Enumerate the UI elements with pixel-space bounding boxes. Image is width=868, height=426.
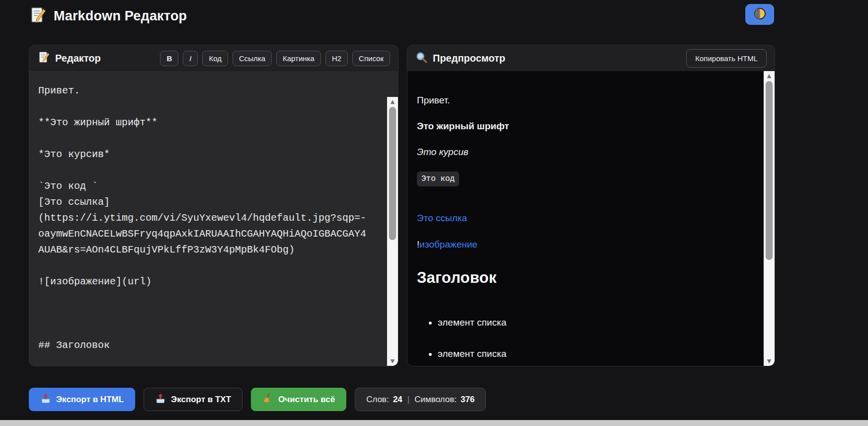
stats-separator: | [406, 395, 410, 405]
clear-all-button[interactable]: Очистить всё [251, 388, 346, 411]
memo-icon [29, 6, 47, 26]
preview-link-row: Это ссылка [417, 212, 749, 224]
chars-label: Символов: [414, 395, 457, 405]
theme-toggle-button[interactable] [745, 4, 774, 25]
preview-inline-code: Это код [417, 171, 459, 186]
preview-title: Предпросмотр [433, 53, 505, 64]
preview-bold-text: Это жирный шрифт [417, 120, 749, 132]
window-bottom-strip [0, 420, 868, 426]
preview-paragraph: Привет. [417, 94, 749, 106]
moon-icon [753, 7, 767, 22]
markdown-input-text[interactable]: Привет. **Это жирный шрифт** *Это курсив… [38, 83, 372, 353]
clear-all-label: Очистить всё [278, 395, 335, 405]
editor-toolbar: B I Код Ссылка Картинка H2 Список [160, 51, 390, 66]
toolbar-link-button[interactable]: Ссылка [233, 51, 272, 66]
scroll-up-icon[interactable]: ▲ [764, 73, 775, 79]
outbox-tray-icon [40, 393, 51, 406]
copy-html-button[interactable]: Копировать HTML [686, 49, 767, 68]
magnifying-glass-icon [415, 51, 428, 66]
toolbar-bold-button[interactable]: B [160, 51, 178, 66]
preview-panel: Предпросмотр Копировать HTML Привет. Это… [407, 45, 775, 366]
preview-image-link[interactable]: изображение [419, 239, 477, 250]
export-txt-button[interactable]: Экспорт в TXT [144, 388, 242, 411]
toolbar-image-button[interactable]: Картинка [276, 51, 321, 66]
editor-title: Редактор [55, 53, 101, 64]
word-char-counter: Слов: 24 | Символов: 376 [355, 388, 486, 411]
words-label: Слов: [366, 395, 389, 405]
preview-list: элемент списка элемент списка [417, 316, 749, 360]
page-title: Markdown Редактор [54, 8, 187, 24]
preview-code-row: Это код [417, 171, 749, 186]
export-txt-label: Экспорт в TXT [171, 395, 231, 405]
app-header: Markdown Редактор [0, 0, 868, 32]
editor-panel-header: Редактор B I Код Ссылка Картинка H2 Спис… [29, 45, 398, 71]
list-item: элемент списка [438, 316, 749, 329]
export-html-button[interactable]: Экспорт в HTML [29, 388, 135, 411]
scroll-up-icon[interactable]: ▲ [387, 98, 398, 105]
preview-link[interactable]: Это ссылка [417, 213, 467, 223]
outbox-tray-icon [155, 393, 166, 406]
editor-panel: Редактор B I Код Ссылка Картинка H2 Спис… [29, 45, 398, 366]
toolbar-h2-button[interactable]: H2 [325, 51, 348, 66]
broom-icon [262, 393, 273, 406]
preview-heading: Заголовок [417, 269, 749, 287]
editor-scrollbar[interactable]: ▲ ▼ [387, 97, 398, 366]
list-item: элемент списка [438, 347, 749, 360]
toolbar-italic-button[interactable]: I [183, 51, 198, 66]
preview-content: Привет. Это жирный шрифт Это курсив Это … [407, 71, 764, 366]
editor-textarea[interactable]: Привет. **Это жирный шрифт** *Это курсив… [29, 71, 398, 366]
preview-scrollbar[interactable]: ▲ ▼ [764, 71, 775, 366]
words-value: 24 [393, 395, 402, 405]
memo-icon [37, 51, 50, 66]
export-html-label: Экспорт в HTML [56, 395, 124, 405]
footer-actions: Экспорт в HTML Экспорт в TXT Очистить вс… [29, 388, 486, 411]
preview-image-row: !изображение [417, 238, 749, 251]
toolbar-list-button[interactable]: Список [352, 51, 390, 66]
scroll-down-icon[interactable]: ▼ [764, 358, 775, 364]
chars-value: 376 [461, 395, 474, 405]
editor-scrollbar-thumb[interactable] [389, 107, 396, 240]
preview-scrollbar-thumb[interactable] [766, 81, 773, 260]
preview-panel-header: Предпросмотр Копировать HTML [407, 45, 775, 71]
scroll-down-icon[interactable]: ▼ [387, 358, 398, 364]
preview-italic-text: Это курсив [417, 146, 749, 158]
toolbar-code-button[interactable]: Код [202, 51, 228, 66]
